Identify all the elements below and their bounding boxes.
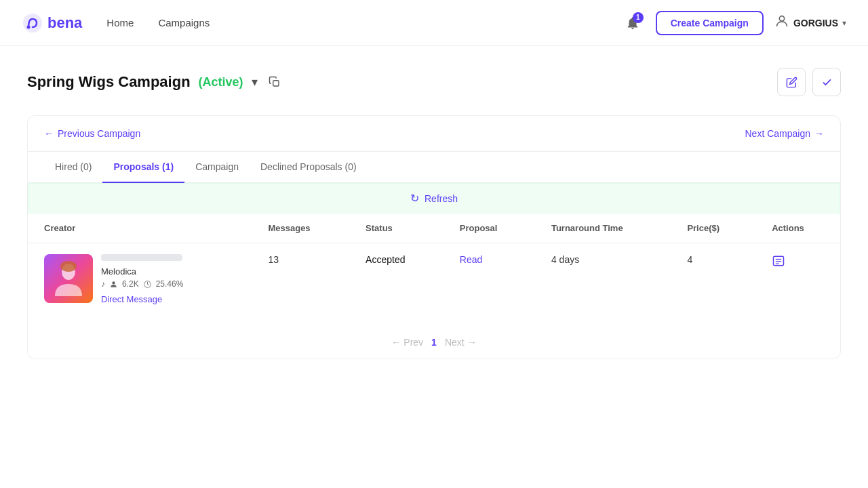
logo: bena xyxy=(22,12,82,34)
campaign-dropdown-button[interactable]: ▾ xyxy=(252,75,258,89)
next-page-label: Next xyxy=(445,337,465,348)
next-campaign-label: Next Campaign xyxy=(745,128,811,139)
table-body: Melodica ♪ 6.2K xyxy=(28,243,840,316)
previous-campaign-button[interactable]: ← Previous Campaign xyxy=(44,128,140,139)
proposal-read-link[interactable]: Read xyxy=(460,254,482,265)
creator-engagement: 25.46% xyxy=(156,279,184,289)
person-icon xyxy=(109,280,118,289)
proposals-table-wrap: Creator Messages Status Proposal Turnaro… xyxy=(28,214,840,326)
campaign-title-row: Spring Wigs Campaign (Active) ▾ xyxy=(27,73,283,91)
logo-text: bena xyxy=(47,14,82,32)
notif-badge: 1 xyxy=(633,12,644,23)
campaign-header: Spring Wigs Campaign (Active) ▾ xyxy=(27,68,841,96)
proposals-table: Creator Messages Status Proposal Turnaro… xyxy=(28,214,840,315)
campaign-status: (Active) xyxy=(199,75,243,89)
col-messages: Messages xyxy=(252,214,349,243)
svg-point-0 xyxy=(23,14,42,33)
arrow-left-icon: ← xyxy=(44,128,54,139)
refresh-bar[interactable]: ↻ Refresh xyxy=(28,183,840,214)
prev-page-button[interactable]: ← Prev xyxy=(391,337,423,348)
nav-home[interactable]: Home xyxy=(106,17,134,28)
table-row: Melodica ♪ 6.2K xyxy=(28,243,840,316)
user-menu[interactable]: GORGIUS ▾ xyxy=(774,14,846,32)
create-campaign-button[interactable]: Create Campaign xyxy=(656,11,764,35)
refresh-icon: ↻ xyxy=(410,192,419,205)
avatar-svg xyxy=(44,254,93,303)
col-turnaround: Turnaround Time xyxy=(535,214,671,243)
copy-icon xyxy=(269,76,281,88)
next-campaign-button[interactable]: Next Campaign → xyxy=(745,128,825,139)
user-icon xyxy=(774,14,789,32)
col-actions: Actions xyxy=(755,214,840,243)
avatar xyxy=(44,254,93,303)
next-page-button[interactable]: Next → xyxy=(445,337,477,348)
creator-name: Melodica xyxy=(101,266,183,277)
creator-name-blur xyxy=(101,254,182,261)
copy-campaign-button[interactable] xyxy=(266,73,283,91)
prev-campaign-label: Previous Campaign xyxy=(58,128,140,139)
user-menu-chevron: ▾ xyxy=(842,18,846,28)
svg-point-1 xyxy=(27,25,31,28)
turnaround-cell: 4 days xyxy=(535,243,671,316)
creator-cell-inner: Melodica ♪ 6.2K xyxy=(44,254,235,304)
direct-message-link[interactable]: Direct Message xyxy=(101,294,183,304)
nav-right: 1 Create Campaign GORGIUS ▾ xyxy=(620,11,846,35)
table-header: Creator Messages Status Proposal Turnaro… xyxy=(28,214,840,243)
confirm-button[interactable] xyxy=(812,68,841,96)
proposal-cell: Read xyxy=(443,243,535,316)
actions-icon[interactable] xyxy=(772,257,785,270)
user-name: GORGIUS xyxy=(793,18,838,28)
messages-cell: 13 xyxy=(252,243,349,316)
current-page: 1 xyxy=(431,337,437,348)
svg-point-2 xyxy=(779,16,784,21)
header-actions xyxy=(777,68,841,96)
tabs-row: Hired (0) Proposals (1) Campaign Decline… xyxy=(28,152,840,183)
tab-declined[interactable]: Declined Proposals (0) xyxy=(250,152,368,183)
main-content: Spring Wigs Campaign (Active) ▾ xyxy=(0,46,868,381)
svg-point-6 xyxy=(60,261,77,272)
campaign-title: Spring Wigs Campaign xyxy=(27,73,191,91)
nav-campaigns[interactable]: Campaigns xyxy=(158,17,210,28)
col-creator: Creator xyxy=(28,214,252,243)
svg-point-7 xyxy=(112,281,115,284)
actions-cell xyxy=(755,243,840,316)
creator-stats: ♪ 6.2K xyxy=(101,279,183,289)
creator-cell: Melodica ♪ 6.2K xyxy=(28,243,252,316)
pagination: ← Prev 1 Next → xyxy=(28,326,840,359)
svg-rect-3 xyxy=(273,81,278,86)
status-cell: Accepted xyxy=(349,243,443,316)
price-cell: 4 xyxy=(671,243,755,316)
col-status: Status xyxy=(349,214,443,243)
campaign-card: ← Previous Campaign Next Campaign → Hire… xyxy=(27,115,841,359)
pencil-icon xyxy=(786,77,797,88)
nav-left: bena Home Campaigns xyxy=(22,12,210,34)
tiktok-icon: ♪ xyxy=(101,279,105,289)
tab-hired[interactable]: Hired (0) xyxy=(44,152,102,183)
tab-campaign[interactable]: Campaign xyxy=(184,152,250,183)
creator-info: Melodica ♪ 6.2K xyxy=(101,254,183,304)
col-proposal: Proposal xyxy=(443,214,535,243)
avatar-image xyxy=(44,254,93,303)
creator-followers: 6.2K xyxy=(122,279,139,289)
tab-proposals[interactable]: Proposals (1) xyxy=(102,152,184,183)
edit-button[interactable] xyxy=(777,68,806,96)
notifications-button[interactable]: 1 xyxy=(620,11,645,35)
refresh-label: Refresh xyxy=(425,193,458,204)
list-icon xyxy=(772,254,785,268)
next-arrow-icon: → xyxy=(467,337,477,348)
check-icon xyxy=(821,77,833,88)
prev-page-label: Prev xyxy=(403,337,423,348)
logo-svg xyxy=(22,12,43,34)
col-price: Price($) xyxy=(671,214,755,243)
status-value: Accepted xyxy=(366,254,405,265)
campaign-nav-row: ← Previous Campaign Next Campaign → xyxy=(28,116,840,152)
arrow-right-icon: → xyxy=(814,128,824,139)
navbar: bena Home Campaigns 1 Create Campaign GO… xyxy=(0,0,868,46)
prev-arrow-icon: ← xyxy=(391,337,401,348)
engagement-icon xyxy=(143,280,152,289)
